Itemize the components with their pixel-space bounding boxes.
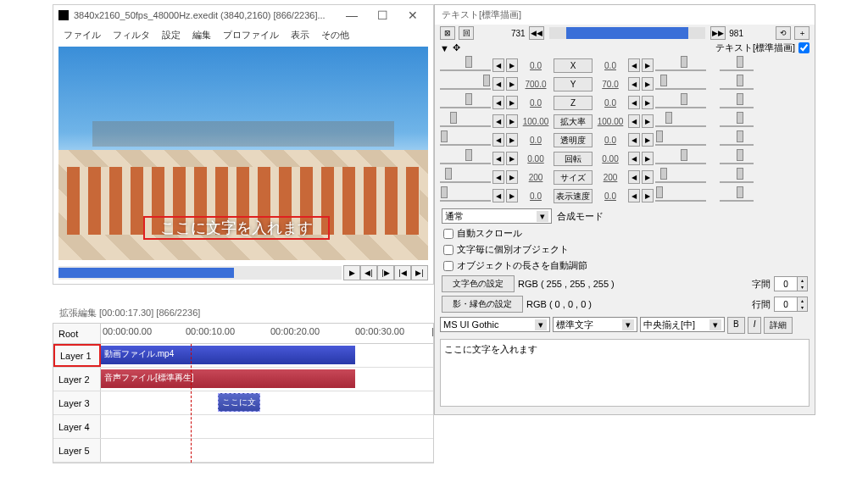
layer-3-label[interactable]: Layer 3	[53, 391, 101, 414]
dec-right[interactable]: ◀	[628, 77, 640, 91]
step-back-button[interactable]: ◀|	[360, 265, 377, 280]
text-color-button[interactable]: 文字色の設定	[442, 275, 515, 292]
toolbar-btn-3[interactable]: ⟲	[776, 26, 791, 40]
dec-left[interactable]: ◀	[492, 133, 504, 147]
toolbar-btn-2[interactable]: 回	[459, 26, 474, 40]
slider-left[interactable]	[440, 190, 491, 202]
slider-left[interactable]	[440, 171, 491, 183]
blend-mode-combo[interactable]: 通常▾	[442, 208, 552, 224]
slider-extra[interactable]	[720, 152, 754, 164]
param-label[interactable]: 拡大率	[554, 114, 593, 129]
slider-left[interactable]	[440, 152, 491, 164]
seek-slider[interactable]	[58, 266, 342, 280]
bold-button[interactable]: B	[727, 317, 745, 334]
inc-right[interactable]: ▶	[642, 170, 654, 184]
font-combo[interactable]: MS UI Gothic▾	[440, 317, 550, 332]
anchor-icon[interactable]: ✥	[453, 42, 460, 53]
value-right[interactable]: 200	[594, 173, 626, 182]
layer-5-label[interactable]: Layer 5	[53, 439, 101, 462]
inc-right[interactable]: ▶	[642, 114, 654, 128]
dec-right[interactable]: ◀	[628, 152, 640, 165]
value-left[interactable]: 700.0	[520, 80, 552, 89]
dec-left[interactable]: ◀	[492, 152, 504, 165]
time-ticks[interactable]: 00:00:00.00 00:00:10.00 00:00:20.00 00:0…	[101, 324, 433, 343]
italic-button[interactable]: I	[748, 317, 762, 334]
inc-right[interactable]: ▶	[642, 58, 654, 72]
slider-left[interactable]	[440, 78, 491, 90]
inc-left[interactable]: ▶	[506, 189, 518, 202]
param-label[interactable]: Z	[554, 96, 593, 110]
weight-combo[interactable]: 標準文字▾	[553, 317, 637, 332]
dec-left[interactable]: ◀	[492, 189, 504, 202]
inc-right[interactable]: ▶	[642, 152, 654, 165]
dec-right[interactable]: ◀	[628, 58, 640, 72]
check-autoscroll[interactable]	[443, 229, 453, 239]
shadow-color-button[interactable]: 影・縁色の設定	[442, 296, 523, 313]
minimize-button[interactable]: —	[337, 5, 367, 25]
slider-left[interactable]	[440, 115, 491, 127]
play-button[interactable]: ▶	[343, 265, 360, 280]
menu-view[interactable]: 表示	[286, 27, 314, 43]
slider-extra[interactable]	[720, 78, 754, 90]
value-right[interactable]: 0.0	[594, 136, 626, 145]
value-right[interactable]: 0.00	[594, 154, 626, 164]
check-per-char[interactable]	[443, 245, 453, 255]
inc-left[interactable]: ▶	[506, 58, 518, 72]
layer-1-track[interactable]: 動画ファイル.mp4	[101, 344, 433, 367]
slider-right[interactable]	[655, 115, 706, 127]
slider-left[interactable]	[440, 59, 491, 71]
param-label[interactable]: X	[554, 58, 593, 73]
inc-left[interactable]: ▶	[506, 170, 518, 184]
check-auto-length[interactable]	[443, 261, 453, 271]
slider-right[interactable]	[655, 171, 706, 183]
menu-profile[interactable]: プロファイル	[218, 27, 284, 43]
param-label[interactable]: 透明度	[554, 133, 593, 147]
text-clip[interactable]: ここに文	[218, 393, 260, 412]
first-frame-button[interactable]: |◀	[394, 265, 411, 280]
inc-left[interactable]: ▶	[506, 152, 518, 165]
value-left[interactable]: 0.0	[520, 61, 552, 70]
dec-left[interactable]: ◀	[492, 96, 504, 109]
maximize-button[interactable]: ☐	[367, 5, 398, 25]
dec-left[interactable]: ◀	[492, 77, 504, 91]
slider-right[interactable]	[655, 152, 706, 164]
slider-extra[interactable]	[720, 134, 754, 146]
slider-extra[interactable]	[720, 59, 754, 71]
inc-left[interactable]: ▶	[506, 133, 518, 147]
param-label[interactable]: 回転	[554, 152, 593, 166]
menu-other[interactable]: その他	[316, 27, 354, 43]
slider-right[interactable]	[655, 190, 706, 202]
toolbar-btn-1[interactable]: ⊠	[440, 26, 455, 40]
close-button[interactable]: ✕	[398, 5, 428, 25]
inc-right[interactable]: ▶	[642, 96, 654, 109]
audio-clip[interactable]: 音声ファイル[標準再生]	[101, 369, 355, 388]
param-label[interactable]: Y	[554, 77, 593, 92]
inc-right[interactable]: ▶	[642, 133, 654, 147]
value-left[interactable]: 0.0	[520, 136, 552, 145]
inc-left[interactable]: ▶	[506, 96, 518, 109]
text-input[interactable]: ここに文字を入れます	[440, 339, 810, 407]
layer-2-track[interactable]: 音声ファイル[標準再生]	[101, 368, 433, 391]
value-left[interactable]: 0.0	[520, 98, 552, 108]
layer-3-track[interactable]: ここに文	[101, 391, 433, 414]
menu-edit[interactable]: 編集	[187, 27, 216, 43]
prev-key-button[interactable]: ◀◀	[529, 26, 544, 40]
menu-file[interactable]: ファイル	[58, 27, 106, 43]
slider-left[interactable]	[440, 97, 491, 108]
dec-right[interactable]: ◀	[628, 133, 640, 147]
param-label[interactable]: 表示速度	[554, 189, 593, 203]
value-left[interactable]: 0.00	[520, 154, 552, 164]
root-button[interactable]: Root	[53, 324, 101, 343]
value-right[interactable]: 70.0	[594, 80, 626, 89]
collapse-icon[interactable]: ▼	[440, 43, 449, 53]
inc-left[interactable]: ▶	[506, 77, 518, 91]
spacing-spinner[interactable]: ▴▾	[774, 276, 808, 291]
slider-right[interactable]	[655, 59, 706, 71]
preview-viewport[interactable]: ここに文字を入れます	[58, 47, 428, 260]
layer-4-track[interactable]	[101, 415, 433, 438]
value-right[interactable]: 0.0	[594, 98, 626, 108]
step-fwd-button[interactable]: |▶	[377, 265, 394, 280]
frame-scrollbar[interactable]	[549, 27, 706, 39]
next-key-button[interactable]: ▶▶	[710, 26, 726, 40]
layer-1-label[interactable]: Layer 1	[53, 344, 101, 367]
